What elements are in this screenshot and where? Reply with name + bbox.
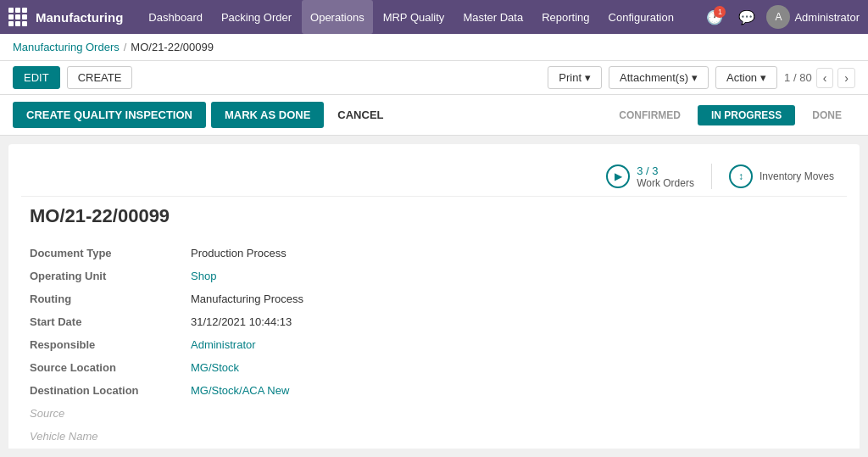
form-card: ▶ 3 / 3 Work Orders ↕ Inventory Moves MO… <box>8 144 860 449</box>
notifications-button[interactable]: 🕐 1 <box>702 4 727 30</box>
work-orders-label: Work Orders <box>637 177 694 189</box>
inventory-label: Inventory Moves <box>760 170 834 182</box>
create-button[interactable]: CREATE <box>67 66 133 89</box>
play-icon: ▶ <box>606 164 630 188</box>
action-label: Action <box>726 71 757 84</box>
nav-right: 🕐 1 💬 A Administrator <box>702 4 860 30</box>
field-label-destination-location: Destination Location <box>30 382 182 399</box>
field-label-source-location: Source Location <box>30 359 182 376</box>
field-value-destination-location[interactable]: MG/Stock/ACA New <box>191 382 838 399</box>
chat-button[interactable]: 💬 <box>734 4 760 30</box>
create-quality-inspection-button[interactable]: CREATE QUALITY INSPECTION <box>13 102 206 128</box>
field-value-operating-unit[interactable]: Shop <box>191 267 838 285</box>
print-dropdown-icon: ▾ <box>585 71 591 84</box>
cancel-button[interactable]: CANCEL <box>329 103 392 126</box>
field-label-routing: Routing <box>30 290 182 308</box>
field-label-responsible: Responsible <box>30 336 182 354</box>
main-content: ▶ 3 / 3 Work Orders ↕ Inventory Moves MO… <box>0 136 868 449</box>
action-bar: EDIT CREATE Print ▾ Attachment(s) ▾ Acti… <box>0 61 868 95</box>
action-dropdown-icon: ▾ <box>760 71 766 84</box>
work-orders-button[interactable]: ▶ 3 / 3 Work Orders <box>606 164 694 189</box>
field-value-responsible[interactable]: Administrator <box>191 336 838 354</box>
print-label: Print <box>559 71 581 84</box>
nav-menu-packing[interactable]: Packing Order <box>213 0 300 34</box>
status-step-done: DONE <box>798 105 855 125</box>
breadcrumb-separator: / <box>124 41 127 53</box>
status-step-in-progress: IN PROGRESS <box>698 105 795 125</box>
print-button[interactable]: Print ▾ <box>548 66 602 89</box>
previous-record-button[interactable]: ‹ <box>816 68 834 88</box>
avatar: A <box>766 5 790 29</box>
status-steps: CONFIRMED IN PROGRESS DONE <box>605 105 855 125</box>
field-label-operating-unit: Operating Unit <box>30 267 182 285</box>
field-value-routing: Manufacturing Process <box>191 290 838 308</box>
nav-menu-masterdata[interactable]: Master Data <box>454 0 531 34</box>
field-label-vehicle: Vehicle Name <box>30 427 182 445</box>
field-label-start-date: Start Date <box>30 313 182 331</box>
breadcrumb-parent[interactable]: Manufacturing Orders <box>13 41 120 53</box>
user-menu[interactable]: A Administrator <box>766 5 860 29</box>
field-value-source[interactable] <box>191 404 838 422</box>
mark-as-done-button[interactable]: MARK AS DONE <box>211 102 324 128</box>
attachments-button[interactable]: Attachment(s) ▾ <box>609 66 709 89</box>
next-record-button[interactable]: › <box>837 68 855 88</box>
action-button[interactable]: Action ▾ <box>715 66 777 89</box>
field-value-start-date: 31/12/2021 10:44:13 <box>191 313 838 331</box>
nav-menu-config[interactable]: Configuration <box>600 0 682 34</box>
record-navigation: 1 / 80 ‹ › <box>784 68 855 88</box>
inventory-icon: ↕ <box>729 164 753 188</box>
form-fields: Document Type Production Process Operati… <box>30 244 838 445</box>
field-value-source-location[interactable]: MG/Stock <box>191 359 838 376</box>
nav-menu-mrp[interactable]: MRP Quality <box>375 0 453 34</box>
attachments-label: Attachment(s) <box>620 71 688 84</box>
work-orders-count: 3 / 3 <box>637 164 694 177</box>
field-label-document-type: Document Type <box>30 244 182 262</box>
status-bar: CREATE QUALITY INSPECTION MARK AS DONE C… <box>0 95 868 136</box>
field-value-vehicle[interactable] <box>191 427 838 445</box>
field-label-source: Source <box>30 404 182 422</box>
top-navigation: Manufacturing Dashboard Packing Order Op… <box>0 0 868 34</box>
inventory-moves-button[interactable]: ↕ Inventory Moves <box>729 164 834 188</box>
wo-divider <box>711 164 712 189</box>
field-value-document-type: Production Process <box>191 244 838 262</box>
record-position: 1 / 80 <box>784 71 812 84</box>
attachments-dropdown-icon: ▾ <box>692 71 698 84</box>
breadcrumb: Manufacturing Orders / MO/21-22/00099 <box>0 34 868 61</box>
notification-badge: 1 <box>714 6 726 18</box>
status-step-confirmed: CONFIRMED <box>605 105 694 125</box>
wo-bar: ▶ 3 / 3 Work Orders ↕ Inventory Moves <box>21 157 847 197</box>
nav-menu-operations[interactable]: Operations <box>302 0 373 34</box>
nav-menu-reporting[interactable]: Reporting <box>533 0 598 34</box>
nav-brand: Manufacturing <box>36 10 123 25</box>
breadcrumb-current: MO/21-22/00099 <box>131 41 214 53</box>
nav-menu: Dashboard Packing Order Operations MRP Q… <box>140 0 702 34</box>
username: Administrator <box>794 11 860 24</box>
edit-button[interactable]: EDIT <box>13 66 60 89</box>
apps-icon[interactable] <box>8 8 27 26</box>
nav-menu-dashboard[interactable]: Dashboard <box>140 0 211 34</box>
form-title: MO/21-22/00099 <box>30 205 847 227</box>
